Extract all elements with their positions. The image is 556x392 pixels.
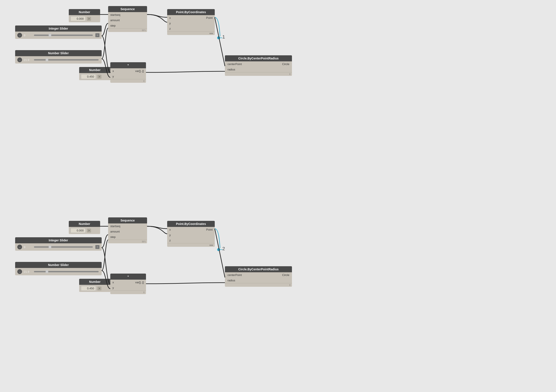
point-node-1-y-label: y [169,22,171,25]
number-node-4-body: > [79,285,110,292]
integer-slider-1-arrow[interactable]: > [95,33,100,37]
number-node-3-header: Number [69,221,100,227]
circle-node-2: Circle.ByCenterPointRadius centerPoint C… [225,266,292,287]
sequence-node-1-amount-row: amount [108,17,147,23]
multiply-node-1-x-label: x [112,69,114,73]
number-slider-2-chevron[interactable]: ⌄ [17,269,22,274]
circle-node-2-radius-label: radius [227,279,235,282]
circle-node-1-radius-label: radius [227,68,235,71]
multiply-node-2-output-label: var[]..[] [135,281,144,284]
number-node-2-header: Number [79,67,110,73]
number-node-2-body: > [79,73,110,80]
point-node-1-z-row: z [167,26,215,31]
point-node-2-x-row: x Point [167,227,215,232]
point-node-2-footer: xxx [167,243,215,247]
point-node-1-body: x Point y z [167,15,215,31]
sequence-node-2-step-row: step [108,234,147,240]
circle-node-2-centerpoint-row: centerPoint Circle [225,272,292,278]
sequence-node-1-step-row: step [108,23,147,28]
point-node-2-body: x Point y z [167,227,215,243]
number-node-2: Number > [79,67,110,80]
sequence-node-2-body: start seq amount step [108,223,147,240]
sequence-node-1-amount-label: amount [110,19,120,22]
multiply-node-2-x-row: x var[]..[] [110,280,146,285]
number-node-2-input[interactable] [81,74,96,79]
sequence-node-1-start-row: start seq [108,12,147,17]
circle-node-1-circle-label: Circle [282,62,289,66]
point-node-1-y-row: y [167,21,215,26]
integer-slider-2-thumb[interactable] [49,246,51,249]
number-slider-1-thumb[interactable] [46,58,48,61]
integer-slider-2-chevron[interactable]: ⌄ [17,245,22,249]
sequence-node-1-step-label: step [110,24,116,27]
circle-node-2-radius-row: radius [225,278,292,283]
number-slider-2-thumb[interactable] [46,270,48,273]
number-slider-2-track[interactable] [34,271,99,272]
circle-node-1-radius-row: radius [225,67,292,72]
point-node-1-x-row: x Point [167,15,215,21]
integer-slider-2: Integer Slider ⌄ 9 > [15,237,102,251]
cyan-dot-2 [217,248,220,251]
sequence-node-2-footer: I I \ [108,240,147,243]
point-node-2-z-label: z [169,239,171,242]
multiply-node-2-footer: I [110,290,146,294]
point-node-1-point-label: Point [206,16,213,19]
circle-node-1: Circle.ByCenterPointRadius centerPoint C… [225,55,292,76]
integer-slider-2-arrow[interactable]: > [95,245,100,249]
point-node-1-x-label: x [169,16,171,19]
integer-slider-1-chevron[interactable]: ⌄ [17,33,22,38]
integer-slider-1-track[interactable] [34,35,93,36]
sequence-node-1-start-label: start [110,13,116,16]
point-node-2-z-row: z [167,238,215,243]
number-node-3-input[interactable] [70,228,86,233]
number-node-1-body: > [69,15,100,22]
circle-node-2-circle-label: Circle [282,273,289,277]
number-node-4-arrow[interactable]: > [97,286,101,290]
circle-node-1-header: Circle.ByCenterPointRadius [225,55,292,61]
sequence-node-1-header: Sequence [108,6,147,12]
number-slider-1-track[interactable] [34,59,99,60]
integer-slider-1: Integer Slider ⌄ 9 > [15,25,102,39]
multiply-node-2: * x var[]..[] y I [110,274,146,294]
label-badge-1: 1 [222,34,225,40]
integer-slider-2-track[interactable] [34,246,93,248]
number-slider-1-chevron[interactable]: ⌄ [17,58,22,62]
point-node-2: Point.ByCoordinates x Point y z xxx [167,221,215,247]
multiply-node-1-header: * [110,62,146,68]
integer-slider-1-header: Integer Slider [15,25,102,31]
number-node-4-input[interactable] [81,286,96,291]
cyan-dot-1 [217,36,220,39]
integer-slider-2-body: ⌄ 9 > [15,243,102,251]
multiply-node-2-y-label: y [112,286,114,289]
number-slider-2-value: 21.9 [24,270,31,273]
label-badge-2: 2 [222,246,225,252]
number-node-3-body: > [69,227,100,234]
multiply-node-2-y-row: y [110,285,146,290]
point-node-2-y-row: y [167,232,215,238]
number-slider-2-body: ⌄ 21.9 [15,268,102,275]
circle-node-2-body: centerPoint Circle radius [225,272,292,283]
point-node-1-header: Point.ByCoordinates [167,9,215,15]
number-slider-1-header: Number Slider [15,50,102,56]
number-slider-1-value: 21.9 [24,58,31,62]
integer-slider-2-value: 9 [24,246,31,249]
number-node-3-arrow[interactable]: > [87,229,91,233]
sequence-node-1-seq-label: seq [116,13,120,16]
number-slider-1-body: ⌄ 21.9 [15,56,102,64]
number-node-1-arrow[interactable]: > [87,17,91,21]
point-node-2-header: Point.ByCoordinates [167,221,215,227]
multiply-node-1: * x var[]..[] y I [110,62,146,83]
number-node-3: Number > [69,221,100,234]
multiply-node-2-body: x var[]..[] y [110,280,146,290]
circle-node-1-centerpoint-label: centerPoint [227,62,242,66]
integer-slider-1-thumb[interactable] [49,34,51,37]
multiply-node-2-x-label: x [112,281,114,284]
multiply-node-1-y-row: y [110,74,146,79]
number-node-1-input[interactable] [70,16,86,21]
number-node-2-arrow[interactable]: > [97,75,101,79]
circle-node-1-centerpoint-row: centerPoint Circle [225,61,292,67]
sequence-node-1: Sequence start seq amount step I I \ [108,6,147,32]
multiply-node-1-x-row: x var[]..[] [110,68,146,74]
multiply-node-1-y-label: y [112,75,114,78]
integer-slider-2-header: Integer Slider [15,237,102,243]
